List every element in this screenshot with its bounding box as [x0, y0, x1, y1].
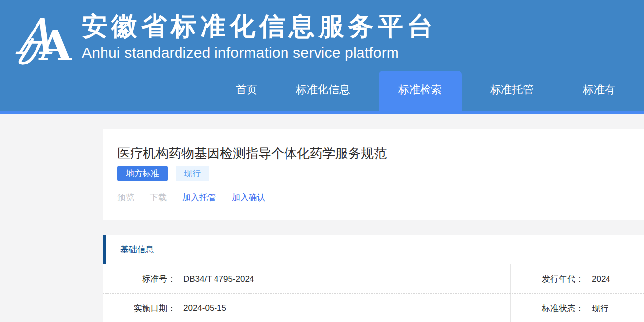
nav-item-standardization-info[interactable]: 标准化信息: [286, 71, 360, 108]
site-title-zh: 安徽省标准化信息服务平台: [82, 11, 437, 41]
main-nav: 首页 标准化信息 标准检索 标准托管 标准有: [226, 71, 615, 111]
site-header: A A 安徽省标准化信息服务平台 Anhui standardized info…: [0, 0, 644, 114]
basic-info-card: 基础信息 标准号： DB34/T 4795-2024 发行年代： 2024 实施…: [103, 235, 644, 322]
section-accent-bar: [103, 235, 106, 264]
brand-text: 安徽省标准化信息服务平台 Anhui standardized informat…: [82, 11, 437, 62]
standard-number-cell: 标准号： DB34/T 4795-2024: [103, 264, 510, 293]
implementation-date-value: 2024-05-15: [183, 303, 226, 313]
basic-info-section-title: 基础信息: [120, 244, 154, 255]
standard-status-label: 标准状态：: [511, 303, 584, 314]
badge-row: 地方标准 现行: [117, 166, 629, 181]
nav-item-standard-search[interactable]: 标准检索: [379, 71, 462, 111]
publish-year-cell: 发行年代： 2024: [510, 264, 644, 293]
publish-year-value: 2024: [592, 274, 610, 284]
implementation-date-cell: 实施日期： 2024-05-15: [103, 294, 510, 322]
add-confirm-link[interactable]: 加入确认: [232, 192, 265, 203]
site-title-en: Anhui standardized information service p…: [82, 43, 437, 62]
nav-item-standard-hosting[interactable]: 标准托管: [480, 71, 543, 108]
preview-link[interactable]: 预览: [117, 192, 134, 203]
badge-standard-type: 地方标准: [117, 166, 168, 181]
table-row: 实施日期： 2024-05-15 标准状态： 现行: [103, 293, 644, 322]
action-row: 预览 下载 加入托管 加入确认: [117, 192, 629, 203]
nav-accent-strip: [0, 111, 644, 114]
brand: A A 安徽省标准化信息服务平台 Anhui standardized info…: [15, 8, 437, 65]
standard-status-value: 现行: [592, 303, 608, 314]
download-link[interactable]: 下载: [150, 192, 167, 203]
standard-status-cell: 标准状态： 现行: [510, 294, 644, 322]
add-hosting-link[interactable]: 加入托管: [182, 192, 216, 203]
table-row: 标准号： DB34/T 4795-2024 发行年代： 2024: [103, 264, 644, 293]
standard-number-label: 标准号：: [103, 273, 176, 285]
nav-item-home[interactable]: 首页: [226, 71, 267, 108]
site-logo-icon[interactable]: A A: [15, 8, 78, 65]
svg-text:A: A: [38, 21, 72, 65]
standard-title: 医疗机构药物基因检测指导个体化药学服务规范: [117, 144, 629, 162]
badge-standard-status: 现行: [176, 166, 209, 181]
nav-item-standard-validity[interactable]: 标准有: [573, 71, 615, 108]
implementation-date-label: 实施日期：: [103, 303, 176, 314]
basic-info-section-header: 基础信息: [103, 235, 644, 264]
standard-number-value: DB34/T 4795-2024: [183, 274, 254, 284]
standard-summary-card: 医疗机构药物基因检测指导个体化药学服务规范 地方标准 现行 预览 下载 加入托管…: [103, 129, 644, 220]
publish-year-label: 发行年代：: [511, 273, 584, 285]
